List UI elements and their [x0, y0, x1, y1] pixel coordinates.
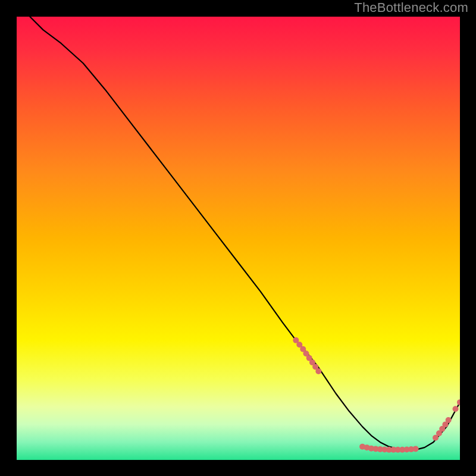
- data-marker: [315, 368, 321, 374]
- data-marker: [446, 417, 452, 423]
- chart-svg: [17, 17, 460, 460]
- watermark-text: TheBottleneck.com: [354, 0, 468, 15]
- plot-area: [17, 17, 460, 460]
- data-marker: [453, 406, 459, 412]
- data-marker: [413, 446, 419, 452]
- chart-container: TheBottleneck.com: [0, 0, 476, 476]
- background-gradient: [17, 17, 460, 460]
